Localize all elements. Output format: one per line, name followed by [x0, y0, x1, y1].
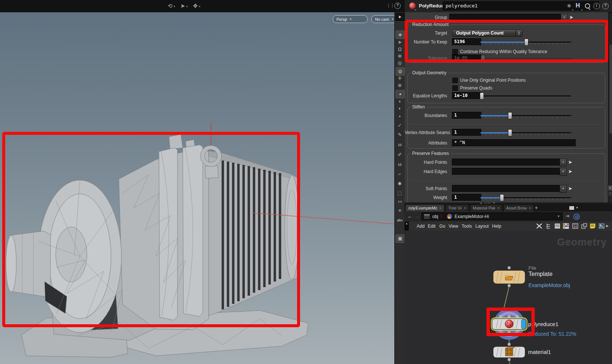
- breadcrumb-node[interactable]: ExampleMotor-Hi: [455, 214, 489, 219]
- info-icon[interactable]: i: [593, 3, 600, 9]
- menu-edit[interactable]: Edit: [428, 222, 436, 231]
- add-light-icon[interactable]: ⊕: [395, 82, 404, 90]
- menu-scroll-arrow[interactable]: ▲: [404, 222, 409, 231]
- gear-icon[interactable]: ✳: [567, 3, 572, 9]
- select-objects-icon[interactable]: ➤: [395, 39, 404, 46]
- notes-icon[interactable]: [590, 223, 596, 229]
- ghost-objects-icon[interactable]: ◗: [395, 105, 404, 113]
- vertex-attribute-seams-input[interactable]: 1: [452, 129, 481, 136]
- isolate-selection-icon[interactable]: ◖: [395, 98, 404, 105]
- pin-icon[interactable]: ⇥: [565, 213, 569, 219]
- vertex-attribute-seams-slider[interactable]: [481, 129, 571, 136]
- viewport-help-icon[interactable]: ?: [394, 3, 401, 9]
- soft-points-input[interactable]: [452, 185, 561, 192]
- target-dropdown[interactable]: Output Polygon Count ▲▼: [452, 29, 523, 37]
- tab-asset-browser[interactable]: Asset Browser×: [503, 204, 534, 211]
- group-dropdown-button[interactable]: ▼: [561, 14, 568, 22]
- file-node-name-label[interactable]: Template: [528, 271, 553, 277]
- scene-viewport[interactable]: Persp▼ No cam▼: [0, 12, 394, 364]
- soft-points-select-arrow-icon[interactable]: ➤: [568, 185, 572, 192]
- point-trails-icon[interactable]: ✎: [395, 131, 404, 139]
- vertex-markers-icon[interactable]: ✓: [395, 122, 404, 130]
- prim-normals-icon[interactable]: ✐: [395, 151, 404, 159]
- group-overlay-icon[interactable]: ≡: [395, 207, 404, 215]
- menu-help[interactable]: Help: [492, 222, 501, 231]
- render-view-icon[interactable]: ▣: [395, 234, 405, 243]
- use-only-original-points-checkbox[interactable]: [452, 78, 458, 83]
- material-node[interactable]: [493, 347, 525, 358]
- weight-input[interactable]: 1: [452, 194, 481, 201]
- help-icon[interactable]: ?: [602, 3, 609, 9]
- high-quality-lighting-icon[interactable]: ✛: [395, 75, 404, 82]
- tab-close-icon[interactable]: ×: [439, 206, 442, 210]
- menu-view[interactable]: View: [449, 222, 458, 231]
- hard-edges-input[interactable]: [452, 168, 561, 175]
- toolbar-expand-button[interactable]: ▶: [395, 13, 405, 21]
- view-pan-icon[interactable]: ✥▼: [190, 2, 201, 11]
- headlight-icon[interactable]: ◎: [395, 59, 404, 67]
- soft-points-dropdown-button[interactable]: ▼: [560, 185, 567, 193]
- menu-go[interactable]: Go: [439, 222, 445, 231]
- origin-axis-icon[interactable]: ✱: [395, 180, 404, 188]
- tab-material-palette[interactable]: Material Palette×: [470, 204, 502, 211]
- snapshot-image-icon[interactable]: [599, 223, 605, 229]
- more-tools-arrow-icon[interactable]: ▶: [606, 224, 609, 228]
- forward-arrow-icon[interactable]: →: [414, 213, 420, 219]
- back-arrow-icon[interactable]: ←: [407, 213, 413, 219]
- scroll-up-button[interactable]: ▲: [608, 185, 612, 191]
- number-to-keep-input[interactable]: 5196: [452, 38, 481, 46]
- tree-hierarchy-icon[interactable]: [546, 223, 551, 229]
- scroll-down-button[interactable]: ▼: [608, 191, 612, 197]
- number-to-keep-slider[interactable]: [481, 38, 571, 46]
- perspective-view-button[interactable]: Persp▼: [333, 15, 368, 23]
- polyreduce-node[interactable]: [491, 318, 527, 330]
- menu-layout[interactable]: Layout: [475, 222, 489, 231]
- hard-points-input[interactable]: [452, 159, 561, 166]
- motor-mesh[interactable]: [0, 123, 394, 364]
- material-node-name-label[interactable]: material1: [528, 349, 551, 355]
- polyreduce-node-name-label[interactable]: polyreduce1: [528, 321, 559, 327]
- boundaries-input[interactable]: 1: [452, 112, 481, 119]
- lighting-off-icon[interactable]: ⊗: [395, 52, 404, 60]
- snap-axis-icon[interactable]: ∺: [395, 198, 404, 206]
- hard-edges-select-arrow-icon[interactable]: ➤: [568, 168, 572, 175]
- tab-close-icon[interactable]: ×: [529, 206, 531, 210]
- scrollbar-thumb[interactable]: [609, 44, 612, 134]
- parameter-list-icon[interactable]: [554, 223, 560, 229]
- display-options-icon[interactable]: ◈: [395, 30, 405, 39]
- shading-mode-icon[interactable]: ◕: [395, 90, 405, 98]
- chevron-down-icon[interactable]: ▼: [557, 215, 560, 218]
- equalize-lengths-input[interactable]: 1e-10: [452, 92, 481, 100]
- layout-windows-icon[interactable]: [581, 223, 587, 229]
- tab-tree-view[interactable]: Tree View×: [445, 204, 469, 211]
- prim-numbers-icon[interactable]: 12: [395, 161, 404, 169]
- linked-parms-icon[interactable]: ⋮⋮: [386, 3, 394, 8]
- houdini-logo-icon[interactable]: H: [576, 2, 580, 9]
- hard-points-select-arrow-icon[interactable]: ➤: [568, 159, 572, 166]
- spinner-icon[interactable]: ▲▼: [515, 30, 522, 36]
- menu-add[interactable]: Add: [417, 222, 424, 231]
- attributes-input[interactable]: * ^N: [452, 139, 576, 147]
- tab--obj-examplemotor-hi[interactable]: /obj/ExampleMotor-Hi×: [405, 204, 445, 211]
- tools-wrench-icon[interactable]: [536, 223, 542, 229]
- file-node[interactable]: [493, 270, 525, 284]
- pane-menu-icon[interactable]: ▼: [576, 206, 579, 209]
- color-palette-icon[interactable]: [563, 223, 569, 229]
- pane-maximize-icon[interactable]: [569, 206, 574, 210]
- breadcrumb-root[interactable]: obj: [432, 214, 438, 219]
- tab-close-icon[interactable]: ×: [497, 206, 499, 210]
- preserve-quads-checkbox[interactable]: [452, 85, 458, 91]
- selection-marquee-icon[interactable]: ⬚: [395, 189, 404, 197]
- follow-selection-icon[interactable]: [573, 214, 580, 220]
- camera-select-button[interactable]: No cam▼: [371, 15, 394, 23]
- menu-tools[interactable]: Tools: [462, 222, 472, 231]
- equalize-lengths-slider[interactable]: [481, 92, 571, 100]
- profiles-icon[interactable]: ⌐: [395, 170, 404, 178]
- new-tab-button[interactable]: +: [535, 205, 538, 211]
- weight-slider[interactable]: [481, 194, 571, 201]
- tab-close-icon[interactable]: ×: [464, 206, 466, 210]
- view-rotate-icon[interactable]: ⟲▼: [165, 2, 176, 11]
- polyreduce-node-icon[interactable]: [409, 3, 416, 9]
- group-input[interactable]: [449, 14, 562, 21]
- hard-points-dropdown-button[interactable]: ▼: [560, 159, 567, 166]
